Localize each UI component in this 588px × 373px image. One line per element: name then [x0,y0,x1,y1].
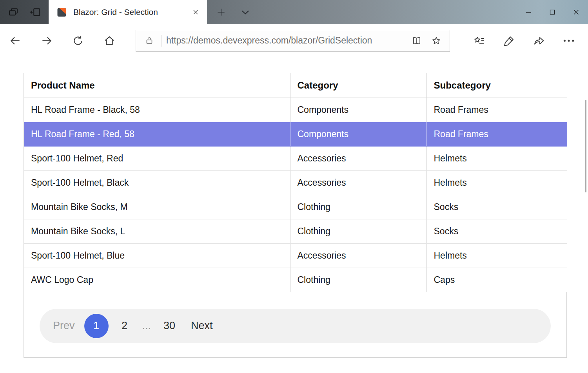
cell-category[interactable]: Components [290,122,426,146]
pager-area: Prev 1 2 ... 30 Next [24,292,566,357]
cell-subcategory[interactable]: Helmets [426,170,567,195]
add-favorite-star-icon[interactable] [428,33,444,49]
cell-subcategory[interactable]: Road Frames [426,98,567,122]
page-content: Product Name Category Subcategory HL Roa… [0,57,588,358]
cell-category[interactable]: Components [290,98,426,122]
web-note-pen-icon[interactable] [499,30,520,51]
url-text[interactable]: https://demos.devexpress.com/blazor/Grid… [166,35,409,46]
grid-table: Product Name Category Subcategory HL Roa… [24,73,567,292]
new-tab-icon[interactable] [212,4,230,21]
pager-page-1-active[interactable]: 1 [84,314,109,338]
more-menu-icon[interactable] [558,30,579,51]
cell-product[interactable]: Sport-100 Helmet, Blue [24,243,290,268]
cell-subcategory[interactable]: Socks [426,195,567,219]
hub-favorites-icon[interactable] [469,30,490,51]
cell-category[interactable]: Accessories [290,243,426,268]
cell-subcategory[interactable]: Helmets [426,243,567,268]
share-icon[interactable] [528,30,550,51]
cell-subcategory[interactable]: Helmets [426,146,567,170]
cell-category[interactable]: Accessories [290,170,426,195]
pager-ellipsis: ... [142,320,151,332]
table-row[interactable]: Sport-100 Helmet, Blue Accessories Helme… [24,243,567,268]
cell-product[interactable]: Mountain Bike Socks, L [24,219,290,243]
cell-subcategory[interactable]: Road Frames [426,122,567,146]
pager-page-2[interactable]: 2 [120,320,130,332]
pager: Prev 1 2 ... 30 Next [40,309,551,343]
cell-category[interactable]: Clothing [290,268,426,292]
cell-product[interactable]: AWC Logo Cap [24,268,290,292]
tab-bar-left-actions [0,0,49,24]
table-row-selected[interactable]: HL Road Frame - Red, 58 Components Road … [24,122,567,146]
cell-product[interactable]: HL Road Frame - Black, 58 [24,98,290,122]
nav-right-buttons [469,30,588,51]
nav-buttons [5,30,130,51]
tab-list-chevron-icon[interactable] [236,4,255,21]
devexpress-favicon [56,7,67,18]
table-row[interactable]: AWC Logo Cap Clothing Caps [24,268,567,292]
tab-preview-icon[interactable] [5,4,22,21]
scrollbar-thumb[interactable] [585,100,586,192]
table-row[interactable]: Mountain Bike Socks, M Clothing Socks [24,195,567,219]
column-header-category[interactable]: Category [290,73,426,98]
navigation-bar: https://demos.devexpress.com/blazor/Grid… [0,24,588,57]
cell-subcategory[interactable]: Caps [426,268,567,292]
home-icon[interactable] [99,30,120,51]
cell-category[interactable]: Clothing [290,219,426,243]
cell-product[interactable]: HL Road Frame - Red, 58 [24,122,290,146]
address-divider [161,35,162,47]
cell-category[interactable]: Accessories [290,146,426,170]
table-row[interactable]: Sport-100 Helmet, Black Accessories Helm… [24,170,567,195]
minimize-icon[interactable] [516,0,540,24]
grid-header-row: Product Name Category Subcategory [24,73,567,98]
reading-view-icon[interactable] [409,33,425,49]
tab-title: Blazor: Grid - Selection [73,7,189,17]
browser-tab[interactable]: Blazor: Grid - Selection [49,0,207,24]
table-row[interactable]: Mountain Bike Socks, L Clothing Socks [24,219,567,243]
cell-category[interactable]: Clothing [290,195,426,219]
lock-icon [142,33,157,49]
refresh-icon[interactable] [67,30,89,51]
cell-subcategory[interactable]: Socks [426,219,567,243]
column-header-subcategory[interactable]: Subcategory [426,73,567,98]
tab-close-icon[interactable] [189,5,202,19]
window-controls [516,0,588,24]
forward-icon[interactable] [36,30,57,51]
cell-product[interactable]: Sport-100 Helmet, Red [24,146,290,170]
back-icon[interactable] [5,30,26,51]
tab-bar: Blazor: Grid - Selection [0,0,588,24]
data-grid: Product Name Category Subcategory HL Roa… [24,73,567,358]
cell-product[interactable]: Sport-100 Helmet, Black [24,170,290,195]
table-row[interactable]: Sport-100 Helmet, Red Accessories Helmet… [24,146,567,170]
column-header-product-name[interactable]: Product Name [24,73,290,98]
set-tabs-aside-icon[interactable] [27,4,44,21]
pager-next-button[interactable]: Next [191,320,213,332]
close-icon[interactable] [564,0,588,24]
table-row[interactable]: HL Road Frame - Black, 58 Components Roa… [24,98,567,122]
pager-page-30[interactable]: 30 [163,320,175,332]
address-bar[interactable]: https://demos.devexpress.com/blazor/Grid… [136,30,450,52]
cell-product[interactable]: Mountain Bike Socks, M [24,195,290,219]
maximize-icon[interactable] [540,0,564,24]
pager-prev-button[interactable]: Prev [53,320,75,332]
